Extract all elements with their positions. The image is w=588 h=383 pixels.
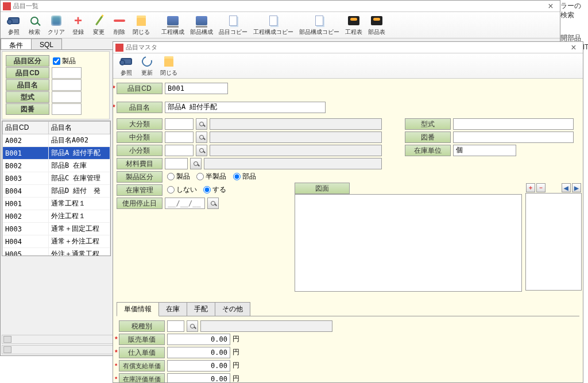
edit-button[interactable]: 変更 xyxy=(89,13,109,37)
delete-button[interactable]: 削除 xyxy=(110,13,129,37)
table-row[interactable]: H002外注工程１ xyxy=(3,210,110,223)
item-copy-button[interactable]: 品目コピー xyxy=(216,13,250,37)
table-row[interactable]: A002品目名A002 xyxy=(3,134,110,147)
tax-code-input[interactable] xyxy=(167,320,184,332)
sho-code-input[interactable] xyxy=(165,145,194,156)
drawing-remove-button[interactable]: － xyxy=(536,183,546,192)
process-struct-button[interactable]: 工程構成 xyxy=(159,13,187,37)
radio-semi[interactable]: 半製品 xyxy=(196,172,226,181)
tab-arrange[interactable]: 手配 xyxy=(187,302,215,316)
update-button[interactable]: 更新 xyxy=(137,53,157,78)
tab-sql[interactable]: SQL xyxy=(31,38,62,49)
tab-condition[interactable]: 条件 xyxy=(1,38,32,49)
filter-label-kata: 型式 xyxy=(6,91,49,103)
table-row[interactable]: H005外注＋通常工程 xyxy=(3,248,110,257)
col-nm[interactable]: 品目名 xyxy=(49,122,110,134)
unit-input[interactable] xyxy=(453,145,516,156)
sale-price-input[interactable] xyxy=(167,334,230,345)
tab-other[interactable]: その他 xyxy=(215,302,250,316)
drawing-prev-button[interactable]: ◀ xyxy=(562,183,571,192)
label-sho: 小分類 xyxy=(117,145,163,156)
label-buy-price: 仕入単価 xyxy=(119,347,165,358)
browse-button[interactable]: 参照 xyxy=(117,53,136,78)
part-struct-button[interactable]: 部品構成 xyxy=(188,13,215,37)
close-icon[interactable]: × xyxy=(544,2,558,10)
clear-button[interactable]: クリア xyxy=(45,13,67,37)
stock-price-input[interactable] xyxy=(167,373,230,383)
stopdate-input[interactable] xyxy=(165,198,205,209)
part-copy-button[interactable]: 部品構成コピー xyxy=(297,13,342,37)
table-row[interactable]: H003通常＋固定工程 xyxy=(3,223,110,235)
label-unit: 在庫単位 xyxy=(405,145,451,156)
mat-code-input[interactable] xyxy=(165,158,188,169)
supply-price-input[interactable] xyxy=(167,360,230,372)
filter-nm-input[interactable] xyxy=(52,79,82,91)
label-kubun: 製品区分 xyxy=(117,171,163,183)
label-item-cd: 品目CD xyxy=(117,83,163,94)
table-row[interactable]: H001通常工程１ xyxy=(3,198,110,210)
chu-search-button[interactable] xyxy=(196,131,207,143)
zuban-input[interactable] xyxy=(453,131,574,143)
master-titlebar: 品目マスタ × xyxy=(113,42,583,53)
table-row[interactable]: B004部品D 紐付 発 xyxy=(3,185,110,198)
drawing-next-button[interactable]: ▶ xyxy=(572,183,581,192)
radio-stock-no[interactable]: しない xyxy=(167,185,197,195)
table-row[interactable]: B003部品C 在庫管理 xyxy=(3,172,110,185)
search-button[interactable]: 検索 xyxy=(25,13,44,37)
tax-name-display xyxy=(200,320,332,332)
label-zumen: 図面 xyxy=(295,183,350,194)
label-supply-price: 有償支給単価 xyxy=(119,360,165,372)
tab-price[interactable]: 単価情報 xyxy=(117,302,159,316)
yen-label: 円 xyxy=(233,334,239,344)
buy-price-input[interactable] xyxy=(167,347,230,358)
label-zuban: 図番 xyxy=(405,131,451,143)
sho-search-button[interactable] xyxy=(196,145,207,156)
drawing-add-button[interactable]: ＋ xyxy=(526,183,535,192)
label-material: 材料費目 xyxy=(117,158,163,169)
item-master-window: 品目マスタ × 参照 更新 閉じる 品目CD 品目名 大分類 xyxy=(113,41,583,383)
register-button[interactable]: +登録 xyxy=(68,13,88,37)
browse-button[interactable]: 参照 xyxy=(4,13,24,37)
item-cd-input[interactable] xyxy=(165,83,228,94)
radio-stock-yes[interactable]: する xyxy=(203,185,226,195)
label-dai: 大分類 xyxy=(117,118,163,130)
table-row[interactable]: H004通常＋外注工程 xyxy=(3,235,110,248)
dai-code-input[interactable] xyxy=(165,118,194,130)
chu-name-display xyxy=(210,131,382,143)
tax-search-button[interactable] xyxy=(187,320,198,332)
drawing-controls: ＋ － ◀ ▶ xyxy=(525,183,582,193)
main-toolbar: 参照 検索 クリア +登録 変更 削除 閉じる 工程構成 部品構成 品目コピー … xyxy=(1,12,560,38)
col-cd[interactable]: 品目CD xyxy=(3,122,49,134)
stopdate-search-button[interactable] xyxy=(207,198,219,209)
close-button[interactable]: 閉じる xyxy=(158,53,180,78)
dai-search-button[interactable] xyxy=(196,118,207,130)
proc-copy-button[interactable]: 工程構成コピー xyxy=(251,13,296,37)
item-grid[interactable]: 品目CD品目名 A002品目名A002B001部品A 紐付手配B002部品B 在… xyxy=(2,121,111,256)
dai-name-display xyxy=(210,118,382,130)
window-icon xyxy=(3,2,11,10)
filter-zuban-input[interactable] xyxy=(52,103,82,115)
label-item-nm: 品目名 xyxy=(117,102,163,113)
close-button[interactable]: 閉じる xyxy=(130,13,152,37)
filter-cd-input[interactable] xyxy=(52,67,82,79)
filter-label-zuban: 図番 xyxy=(6,103,49,115)
mat-name-display xyxy=(204,158,382,169)
item-nm-input[interactable] xyxy=(165,102,326,113)
list-titlebar: 品目一覧 × xyxy=(1,1,560,12)
radio-product[interactable]: 製品 xyxy=(167,172,190,181)
table-row[interactable]: B001部品A 紐付手配 xyxy=(3,147,110,160)
filter-product-check[interactable]: 製品 xyxy=(53,56,76,66)
kata-input[interactable] xyxy=(453,118,574,130)
table-row[interactable]: B002部品B 在庫 xyxy=(3,160,110,172)
filter-kata-input[interactable] xyxy=(52,91,82,103)
proc-sheet-button[interactable]: 工程表 xyxy=(343,13,365,37)
tab-stock[interactable]: 在庫 xyxy=(158,302,187,316)
mat-search-button[interactable] xyxy=(190,158,202,169)
master-toolbar: 参照 更新 閉じる xyxy=(113,53,583,79)
sho-name-display xyxy=(210,145,382,156)
part-sheet-button[interactable]: 部品表 xyxy=(366,13,388,37)
chu-code-input[interactable] xyxy=(165,131,194,143)
close-icon[interactable]: × xyxy=(567,44,581,52)
filter-pane: 品目区分 製品 品目CD 品目名 型式 図番 xyxy=(2,51,110,119)
radio-part[interactable]: 部品 xyxy=(233,172,256,181)
